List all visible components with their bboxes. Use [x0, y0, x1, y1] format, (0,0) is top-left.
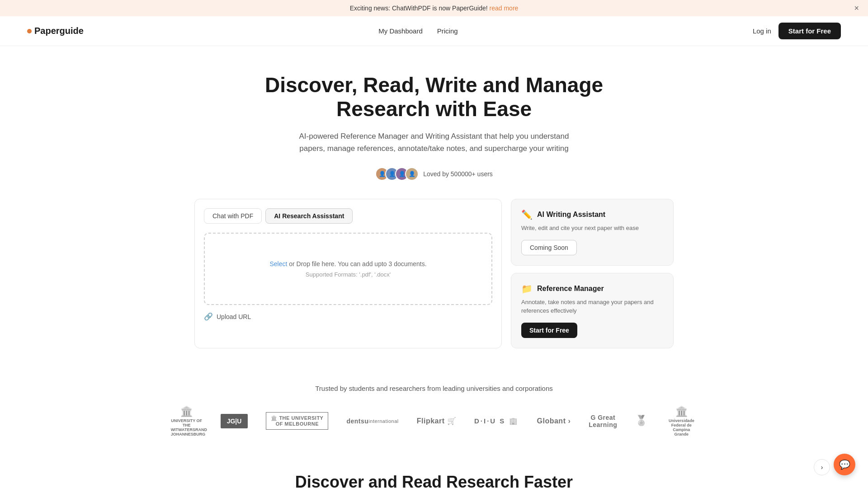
reference-manager-desc: Annotate, take notes and manage your pap… — [521, 298, 663, 315]
file-drop-zone[interactable]: Select or Drop file here. You can add up… — [204, 233, 492, 305]
discover-section: Discover and Read Research Faster Discov… — [0, 455, 868, 488]
tab-ai-research-assistant[interactable]: AI Research Assisstant — [265, 208, 353, 224]
reference-manager-title: Reference Manager — [537, 285, 604, 293]
right-panel: ✏️ AI Writing Assistant Write, edit and … — [511, 199, 674, 348]
reference-start-button[interactable]: Start for Free — [521, 323, 577, 338]
hero-subtitle: AI-powered Reference Manager and Writing… — [294, 130, 574, 155]
trusted-title: Trusted by students and researchers from… — [9, 385, 859, 392]
logo-link[interactable]: Paperguide — [27, 26, 84, 36]
logo-dius: D·I·U S 🏢 — [474, 417, 519, 425]
discover-title: Discover and Read Research Faster — [9, 473, 859, 488]
logo-flipkart: Flipkart 🛒 — [417, 417, 456, 425]
main-content-area: Chat with PDF AI Research Assisstant Sel… — [185, 199, 683, 348]
navigation: Paperguide My Dashboard Pricing Log in S… — [0, 16, 868, 46]
logo-great-learning: G GreatLearning — [589, 414, 617, 428]
logo-text: Paperguide — [34, 26, 84, 36]
drop-zone-text: Select or Drop file here. You can add up… — [269, 260, 426, 267]
nav-actions: Log in Start for Free — [753, 23, 841, 39]
link-icon: 🔗 — [204, 312, 213, 321]
nav-pricing-link[interactable]: Pricing — [437, 27, 458, 35]
users-count-text: Loved by 500000+ users — [423, 170, 493, 178]
hero-section: Discover, Read, Write and Manage Researc… — [0, 46, 868, 199]
announcement-banner: Exciting news: ChatWithPDF is now PaperG… — [0, 0, 868, 16]
upload-url-label: Upload URL — [217, 313, 251, 320]
upload-url-row[interactable]: 🔗 Upload URL — [204, 312, 492, 321]
logo-melbourne: 🏛️ THE UNIVERSITYOF MELBOURNE — [266, 412, 328, 430]
writing-icon: ✏️ — [521, 209, 533, 220]
logo-dot — [27, 29, 32, 33]
trusted-section: Trusted by students and researchers from… — [0, 375, 868, 455]
avatar: 👤 — [405, 167, 419, 181]
reference-manager-header: 📁 Reference Manager — [521, 283, 663, 294]
ai-writing-title: AI Writing Assistant — [537, 211, 605, 219]
chat-fab-button[interactable]: 💬 — [834, 454, 855, 475]
supported-formats: Supported Formats: '.pdf', '.docx' — [306, 271, 391, 278]
left-panel: Chat with PDF AI Research Assisstant Sel… — [194, 199, 502, 348]
logos-row: 🏛️ UNIVERSITY OF THE WITWATERSRAND JOHAN… — [9, 406, 859, 436]
drop-text: or Drop file here. You can add upto 3 do… — [287, 260, 426, 267]
logo-witwatersrand: 🏛️ UNIVERSITY OF THE WITWATERSRAND JOHAN… — [171, 406, 203, 436]
logo-dentsu: dentsuinternational — [346, 418, 398, 425]
ai-writing-desc: Write, edit and cite your next paper wit… — [521, 224, 663, 233]
folder-icon: 📁 — [521, 283, 533, 294]
coming-soon-button[interactable]: Coming Soon — [521, 240, 577, 255]
hero-social-proof: 👤 👤 👤 👤 Loved by 500000+ users — [9, 167, 859, 181]
banner-close-button[interactable]: × — [854, 4, 859, 13]
nav-dashboard-link[interactable]: My Dashboard — [378, 27, 423, 35]
avatar-group: 👤 👤 👤 👤 — [375, 167, 419, 181]
banner-link[interactable]: read more — [490, 5, 519, 12]
hero-title: Discover, Read, Write and Manage Researc… — [240, 73, 628, 121]
chat-icon: 💬 — [839, 459, 850, 470]
tab-chat-with-pdf[interactable]: Chat with PDF — [204, 208, 262, 224]
banner-text: Exciting news: ChatWithPDF is now PaperG… — [350, 5, 488, 12]
select-link[interactable]: Select — [269, 260, 287, 267]
tab-group: Chat with PDF AI Research Assisstant — [204, 208, 492, 224]
logo-globant: Globant › — [537, 417, 571, 425]
login-button[interactable]: Log in — [753, 27, 771, 35]
reference-manager-card: 📁 Reference Manager Annotate, take notes… — [511, 273, 674, 348]
scroll-right-arrow[interactable]: › — [814, 459, 830, 475]
nav-links: My Dashboard Pricing — [378, 27, 458, 35]
ai-writing-header: ✏️ AI Writing Assistant — [521, 209, 663, 220]
start-for-free-nav-button[interactable]: Start for Free — [778, 23, 841, 39]
logo-crest2: 🏅 — [635, 415, 647, 427]
logo-campina: 🏛️ Universidade Federal de Campina Grand… — [665, 406, 697, 436]
logo-jgu: JG|U — [221, 414, 248, 428]
ai-writing-card: ✏️ AI Writing Assistant Write, edit and … — [511, 199, 674, 266]
